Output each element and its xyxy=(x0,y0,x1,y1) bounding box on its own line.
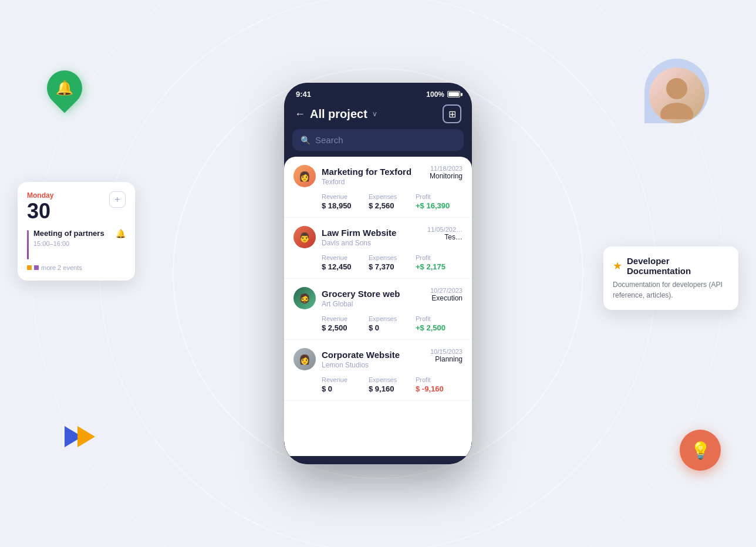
phone-notch xyxy=(343,83,413,99)
project-financials-3: Revenue $ 2,500 Expenses $ 0 Profit +$ 2… xyxy=(293,315,463,332)
revenue-value-3: $ 2,500 xyxy=(322,323,369,332)
revenue-label-3: Revenue xyxy=(322,315,369,322)
profit-col-3: Profit +$ 2,500 xyxy=(416,315,463,332)
calendar-event: Meeting of partners 15:00–16:00 🔔 xyxy=(27,229,126,259)
project-name-3: Grocery Store web xyxy=(322,289,400,299)
event-time: 15:00–16:00 xyxy=(33,240,111,247)
page-title: All project xyxy=(310,107,367,121)
profit-value-4: $ -9,160 xyxy=(416,384,463,393)
project-list: 👩 Marketing for Texford Texford 11/18/20… xyxy=(284,157,472,456)
project-item-left-3: 🧔 Grocery Store web Art Global xyxy=(293,287,400,309)
top-bar-left: ← All project ∨ xyxy=(295,107,377,121)
avatar-1: 👩 xyxy=(293,165,316,187)
profit-col-2: Profit +$ 2,175 xyxy=(416,254,463,271)
phone-screen: 9:41 100% ← All project ∨ ⊞ � xyxy=(284,83,472,464)
search-bar[interactable]: 🔍 Search xyxy=(292,129,464,151)
expenses-label-3: Expenses xyxy=(369,315,416,322)
project-meta-right-3: 10/27/2023 Execution xyxy=(430,287,463,302)
star-icon: ★ xyxy=(613,259,622,272)
expenses-value-4: $ 9,160 xyxy=(369,384,416,393)
project-status-4: Planning xyxy=(430,355,463,363)
project-meta-right-2: 11/05/202… Tes… xyxy=(427,226,463,241)
add-project-button[interactable]: ⊞ xyxy=(443,104,461,123)
arrow-yellow-icon xyxy=(77,426,95,447)
profit-value-1: +$ 16,390 xyxy=(416,201,463,210)
bell-calendar-icon: 🔔 xyxy=(116,229,126,238)
project-company-1: Texford xyxy=(322,178,411,186)
revenue-col-4: Revenue $ 0 xyxy=(322,376,369,393)
project-meta-right-4: 10/15/2023 Planning xyxy=(430,348,463,363)
revenue-col-1: Revenue $ 18,950 xyxy=(322,193,369,210)
bell-icon: 🔔 xyxy=(56,80,73,96)
calendar-add-button[interactable]: + xyxy=(109,191,126,208)
search-input[interactable]: Search xyxy=(315,135,343,145)
project-name-4: Corporate Website xyxy=(322,350,400,360)
project-info-3: Grocery Store web Art Global xyxy=(322,289,400,308)
avatar-3: 🧔 xyxy=(293,287,316,309)
project-info-4: Corporate Website Lemon Studios xyxy=(322,350,400,369)
dev-doc-description: Documentation for developers (API refere… xyxy=(613,279,729,300)
project-status-1: Monitoring xyxy=(430,172,463,180)
expenses-label-4: Expenses xyxy=(369,376,416,383)
notification-pin: 🔔 xyxy=(47,70,82,106)
project-item-2[interactable]: 👨 Law Firm Website Davis and Sons 11/05/… xyxy=(284,218,472,279)
project-company-4: Lemon Studios xyxy=(322,361,400,369)
more-dot-1 xyxy=(27,265,32,270)
event-info: Meeting of partners 15:00–16:00 xyxy=(33,229,111,247)
chevron-down-icon[interactable]: ∨ xyxy=(372,110,377,118)
dev-doc-title: Developer Documentation xyxy=(627,256,729,276)
status-right: 100% xyxy=(426,90,460,99)
battery-fill xyxy=(448,92,459,96)
profit-label-3: Profit xyxy=(416,315,463,322)
profit-label-1: Profit xyxy=(416,193,463,200)
project-info-1: Marketing for Texford Texford xyxy=(322,167,411,186)
project-name-1: Marketing for Texford xyxy=(322,167,411,177)
profit-value-2: +$ 2,175 xyxy=(416,262,463,271)
project-info-2: Law Firm Website Davis and Sons xyxy=(322,228,396,247)
revenue-label-1: Revenue xyxy=(322,193,369,200)
avatar-4: 👩 xyxy=(293,348,316,370)
profit-label-4: Profit xyxy=(416,376,463,383)
calendar-card: + Monday 30 Meeting of partners 15:00–16… xyxy=(18,182,135,281)
project-meta-right-1: 11/18/2023 Monitoring xyxy=(430,165,463,180)
revenue-label-4: Revenue xyxy=(322,376,369,383)
profit-col-1: Profit +$ 16,390 xyxy=(416,193,463,210)
project-status-2: Tes… xyxy=(427,233,463,241)
expenses-value-3: $ 0 xyxy=(369,323,416,332)
project-item-left-2: 👨 Law Firm Website Davis and Sons xyxy=(293,226,396,248)
dev-doc-card: ★ Developer Documentation Documentation … xyxy=(603,247,738,310)
profit-col-4: Profit $ -9,160 xyxy=(416,376,463,393)
project-item-left-1: 👩 Marketing for Texford Texford xyxy=(293,165,411,187)
search-icon: 🔍 xyxy=(301,136,310,145)
project-item-header-3: 🧔 Grocery Store web Art Global 10/27/202… xyxy=(293,287,463,309)
person-svg xyxy=(653,72,700,119)
expenses-label-2: Expenses xyxy=(369,254,416,261)
project-financials-1: Revenue $ 18,950 Expenses $ 2,560 Profit… xyxy=(293,193,463,210)
expenses-value-1: $ 2,560 xyxy=(369,201,416,210)
revenue-col-2: Revenue $ 12,450 xyxy=(322,254,369,271)
battery-percent: 100% xyxy=(426,90,444,99)
status-time: 9:41 xyxy=(296,90,311,99)
back-button[interactable]: ← xyxy=(295,108,305,120)
project-item-3[interactable]: 🧔 Grocery Store web Art Global 10/27/202… xyxy=(284,279,472,340)
bulb-button[interactable]: 💡 xyxy=(680,430,721,471)
expenses-col-4: Expenses $ 9,160 xyxy=(369,376,416,393)
revenue-value-2: $ 12,450 xyxy=(322,262,369,271)
revenue-value-1: $ 18,950 xyxy=(322,201,369,210)
project-date-4: 10/15/2023 xyxy=(430,348,463,355)
svg-point-1 xyxy=(660,103,693,119)
project-item-1[interactable]: 👩 Marketing for Texford Texford 11/18/20… xyxy=(284,157,472,218)
project-item-4[interactable]: 👩 Corporate Website Lemon Studios 10/15/… xyxy=(284,340,472,401)
project-company-3: Art Global xyxy=(322,300,400,308)
dev-doc-header: ★ Developer Documentation xyxy=(613,256,729,276)
project-company-2: Davis and Sons xyxy=(322,239,396,247)
project-item-header-1: 👩 Marketing for Texford Texford 11/18/20… xyxy=(293,165,463,187)
more-events-label: more 2 events xyxy=(41,264,82,271)
revenue-value-4: $ 0 xyxy=(322,384,369,393)
event-name: Meeting of partners xyxy=(33,229,111,239)
project-date-2: 11/05/202… xyxy=(427,226,463,233)
phone-wrapper: 9:41 100% ← All project ∨ ⊞ � xyxy=(284,83,472,464)
expenses-value-2: $ 7,370 xyxy=(369,262,416,271)
revenue-col-3: Revenue $ 2,500 xyxy=(322,315,369,332)
project-name-2: Law Firm Website xyxy=(322,228,396,238)
